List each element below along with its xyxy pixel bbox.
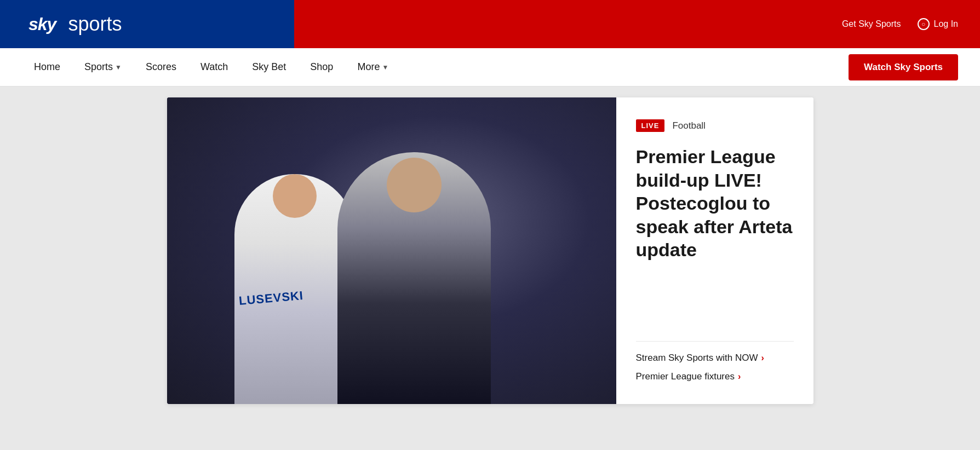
logo-area: sky sports <box>22 10 122 39</box>
site-header: sky sports Get Sky Sports ○ Log In <box>0 0 980 48</box>
article-meta: LIVE Football <box>636 119 794 132</box>
sidebar-links: Stream Sky Sports with NOW › Premier Lea… <box>636 341 794 382</box>
article-sidebar: LIVE Football Premier League build-up LI… <box>616 97 813 404</box>
hero-image: LUSEVSKI <box>167 97 616 404</box>
watch-sky-sports-button[interactable]: Watch Sky Sports <box>849 54 958 80</box>
login-button[interactable]: ○ Log In <box>918 18 958 30</box>
nav-scores[interactable]: Scores <box>134 48 188 86</box>
nav-more-label: More <box>357 61 380 73</box>
featured-article: LUSEVSKI LIVE Football Premier League bu… <box>167 97 813 404</box>
person-icon: ○ <box>918 18 930 30</box>
fixtures-link[interactable]: Premier League fixtures › <box>636 371 794 382</box>
stream-link-arrow-icon: › <box>761 353 764 363</box>
sky-logo-text: sky <box>28 14 56 34</box>
nav-skybet[interactable]: Sky Bet <box>240 48 298 86</box>
nav-home[interactable]: Home <box>22 48 72 86</box>
fixtures-link-label: Premier League fixtures <box>636 371 735 382</box>
fixtures-link-arrow-icon: › <box>738 372 741 382</box>
nav-sports-label: Sports <box>84 61 113 73</box>
login-label: Log In <box>934 19 958 29</box>
article-headline: Premier League build-up LIVE! Postecoglo… <box>636 145 794 262</box>
main-content: LUSEVSKI LIVE Football Premier League bu… <box>0 86 980 426</box>
header-actions: Get Sky Sports ○ Log In <box>842 18 958 30</box>
live-badge: LIVE <box>636 119 665 132</box>
more-chevron-down-icon: ▼ <box>382 64 388 71</box>
stream-link-label: Stream Sky Sports with NOW <box>636 353 758 364</box>
nav-sports[interactable]: Sports ▼ <box>72 48 134 86</box>
nav-watch[interactable]: Watch <box>188 48 240 86</box>
nav-shop[interactable]: Shop <box>298 48 345 86</box>
article-category: Football <box>672 120 705 131</box>
nav-more[interactable]: More ▼ <box>345 48 400 86</box>
figure-manager <box>337 152 491 404</box>
main-nav: Home Sports ▼ Scores Watch Sky Bet Shop … <box>0 48 980 86</box>
sky-logo: sky <box>22 10 62 39</box>
nav-links: Home Sports ▼ Scores Watch Sky Bet Shop … <box>22 48 400 86</box>
stream-link[interactable]: Stream Sky Sports with NOW › <box>636 353 794 364</box>
sports-chevron-down-icon: ▼ <box>115 64 122 71</box>
get-sky-sports-link[interactable]: Get Sky Sports <box>842 19 901 29</box>
sports-logo-text: sports <box>68 13 122 36</box>
